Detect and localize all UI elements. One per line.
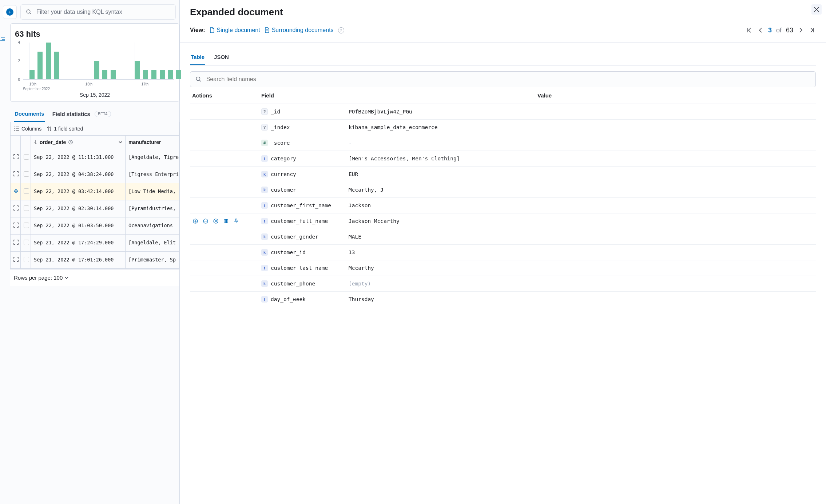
col-header-manufacturer[interactable]: manufacturer: [126, 136, 179, 149]
close-flyout-button[interactable]: [811, 4, 822, 15]
surrounding-documents-link[interactable]: Surrounding documents: [265, 27, 334, 33]
histogram-bar[interactable]: [160, 70, 165, 79]
row-checkbox[interactable]: [24, 240, 29, 245]
histogram-bar[interactable]: [29, 70, 35, 79]
histogram-bar[interactable]: [168, 70, 173, 79]
row-checkbox[interactable]: [24, 188, 29, 194]
page-current: 3: [768, 27, 772, 34]
field-row[interactable]: tday_of_weekThursday: [190, 292, 816, 307]
histogram-bar[interactable]: [135, 61, 140, 80]
svg-line-22: [199, 80, 201, 81]
y-tick: 2: [14, 59, 20, 63]
cell-manufacturer: [Angeldale, Elit: [126, 235, 179, 251]
cell-order-date: Sep 22, 2022 @ 11:11:31.000: [31, 149, 126, 166]
field-row[interactable]: tcategory[Men's Accessories, Men's Cloth…: [190, 151, 816, 167]
table-row[interactable]: Sep 22, 2022 @ 02:30:14.000[Pyramidustri…: [11, 200, 179, 217]
table-row[interactable]: Sep 22, 2022 @ 04:38:24.000[Tigress Ente…: [11, 166, 179, 183]
expand-icon[interactable]: [13, 257, 19, 262]
col-actions-button[interactable]: [119, 141, 122, 143]
field-row[interactable]: kcustomer_id13: [190, 245, 816, 260]
single-document-link[interactable]: Single document: [210, 27, 260, 33]
table-row[interactable]: Sep 22, 2022 @ 03:42:14.000[Low Tide Med…: [11, 183, 179, 200]
field-value: EUR: [349, 171, 814, 177]
tab-json[interactable]: JSON: [213, 51, 230, 65]
keyword-type-icon: k: [261, 171, 268, 177]
histogram-bar[interactable]: [46, 43, 51, 79]
sort-label: 1 field sorted: [54, 126, 83, 132]
expand-icon[interactable]: [13, 154, 19, 159]
help-icon[interactable]: ?: [338, 27, 344, 33]
row-checkbox[interactable]: [24, 154, 29, 160]
field-name: _score: [271, 140, 290, 146]
expand-icon[interactable]: [13, 223, 19, 228]
histogram-bar[interactable]: [37, 52, 43, 79]
histogram-bar[interactable]: [102, 70, 107, 79]
field-row[interactable]: kcustomer_genderMALE: [190, 229, 816, 245]
field-name: category: [271, 156, 296, 161]
histogram-bar[interactable]: [54, 52, 59, 79]
row-checkbox[interactable]: [24, 223, 29, 228]
text-type-icon: t: [261, 265, 268, 271]
collapse-icon[interactable]: [13, 188, 19, 193]
clock-icon: [68, 140, 73, 145]
field-search-bar[interactable]: [190, 71, 816, 87]
x-tick: 15th: [29, 82, 36, 86]
tab-table[interactable]: Table: [190, 51, 205, 65]
field-row[interactable]: tcustomer_full_nameJackson Mccarthy: [190, 213, 816, 229]
field-row[interactable]: #_score-: [190, 135, 816, 151]
add-filter-button[interactable]: +: [3, 5, 17, 19]
sort-icon: [47, 126, 52, 131]
histogram-bar[interactable]: [143, 70, 148, 79]
chevron-left-icon: [759, 27, 762, 33]
pin-field-button[interactable]: [233, 218, 239, 224]
filter-for-value-button[interactable]: [192, 218, 199, 224]
page-prev-button[interactable]: [757, 26, 764, 35]
list-icon: [14, 126, 19, 131]
field-row[interactable]: tcustomer_last_nameMccarthy: [190, 260, 816, 276]
hits-count: 63 hits: [14, 28, 175, 41]
toggle-column-button[interactable]: [223, 218, 229, 224]
histogram-bar[interactable]: [176, 70, 181, 79]
tab-field-statistics[interactable]: Field statistics: [52, 107, 91, 121]
table-row[interactable]: Sep 21, 2022 @ 17:01:26.000[Primemaster,…: [11, 252, 179, 269]
rows-per-page-button[interactable]: Rows per page: 100: [14, 275, 63, 281]
sort-button[interactable]: 1 field sorted: [47, 126, 83, 132]
field-row[interactable]: ?_indexkibana_sample_data_ecommerce: [190, 120, 816, 135]
table-row[interactable]: Sep 21, 2022 @ 17:24:29.000[Angeldale, E…: [11, 235, 179, 252]
collapse-sidebar-toggle[interactable]: [0, 36, 6, 43]
expand-icon[interactable]: [13, 240, 19, 245]
histogram-bar[interactable]: [111, 70, 116, 79]
table-row[interactable]: Sep 22, 2022 @ 01:03:50.000Oceanavigatio…: [11, 217, 179, 235]
histogram-chart[interactable]: September 2022 15th16th17th024: [14, 41, 175, 88]
text-type-icon: t: [261, 296, 268, 303]
row-checkbox[interactable]: [24, 205, 29, 211]
chevron-down-icon: [119, 141, 122, 143]
arrow-down-icon: [34, 140, 37, 144]
field-row[interactable]: ?_idPOfBZoMBjbVLjw4Z_PGu: [190, 104, 816, 120]
field-row[interactable]: kcurrencyEUR: [190, 167, 816, 182]
histogram-bar[interactable]: [94, 61, 99, 80]
field-search-input[interactable]: [206, 76, 810, 83]
exists-filter-button[interactable]: [213, 218, 219, 224]
field-row[interactable]: tcustomer_first_nameJackson: [190, 198, 816, 213]
kql-search-bar[interactable]: [20, 4, 176, 20]
field-row[interactable]: kcustomerMccarthy, J: [190, 182, 816, 198]
page-first-button[interactable]: [746, 26, 753, 35]
row-checkbox[interactable]: [24, 257, 29, 262]
expand-icon[interactable]: [13, 205, 19, 211]
field-row[interactable]: kcustomer_phone(empty): [190, 276, 816, 292]
table-row[interactable]: Sep 22, 2022 @ 11:11:31.000[Angeldale, T…: [11, 149, 179, 166]
page-total: 63: [786, 27, 793, 34]
histogram-bar[interactable]: [151, 70, 156, 79]
kql-input[interactable]: [36, 9, 170, 15]
search-icon: [26, 9, 32, 15]
col-header-order-date[interactable]: order_date: [31, 136, 126, 149]
row-checkbox[interactable]: [24, 171, 29, 177]
filter-out-value-button[interactable]: [202, 218, 209, 224]
page-last-button[interactable]: [809, 26, 816, 35]
tab-documents[interactable]: Documents: [14, 106, 45, 122]
page-next-button[interactable]: [798, 26, 804, 35]
columns-button[interactable]: Columns: [14, 126, 41, 132]
col-field-header: Field: [261, 92, 537, 99]
expand-icon[interactable]: [13, 171, 19, 176]
